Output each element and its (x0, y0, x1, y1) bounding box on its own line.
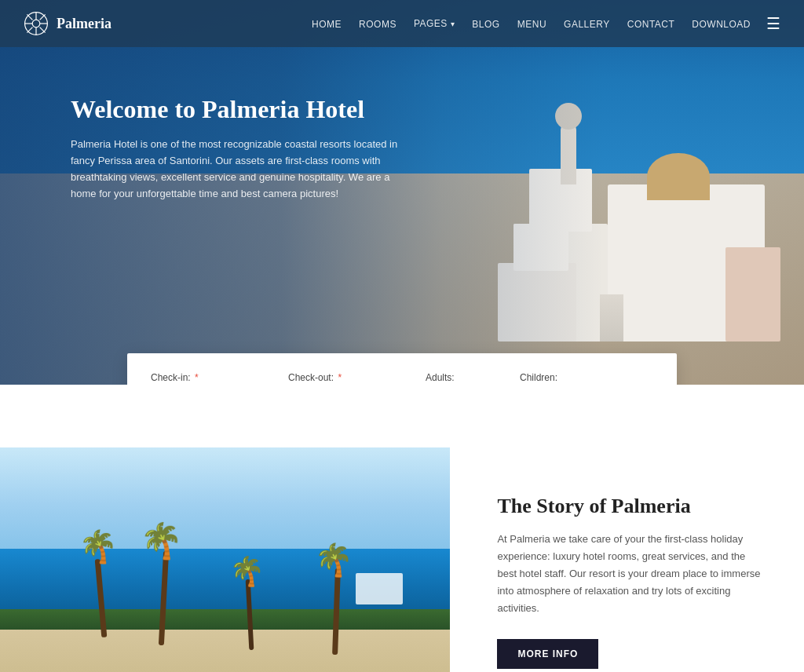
svg-line-7 (40, 27, 46, 33)
svg-line-8 (40, 14, 46, 20)
nav-blog[interactable]: BLOG (472, 19, 499, 30)
story-image: 🌴 🌴 🌴 🌴 (0, 447, 450, 672)
adults-label: Adults: (426, 372, 504, 383)
hero-subtitle: Palmeria Hotel is one of the most recogn… (71, 137, 400, 202)
children-field: Children: 0 1 2 3 ▾ (520, 372, 598, 385)
checkin-field: Check-in: * 📅 (151, 372, 272, 385)
chevron-down-icon: ▾ (451, 20, 455, 28)
required-star-2: * (338, 372, 342, 383)
main-nav: Palmeria HOME ROOMS PAGES ▾ BLOG MENU GA… (0, 0, 804, 47)
checkout-field: Check-out: * 📅 (288, 372, 410, 385)
children-label: Children: (520, 372, 598, 383)
nav-gallery[interactable]: GALLERY (564, 19, 610, 30)
nav-home[interactable]: HOME (312, 19, 342, 30)
svg-line-9 (27, 27, 32, 33)
svg-point-1 (32, 20, 40, 27)
nav-contact[interactable]: CONTACT (627, 19, 675, 30)
nav-links: HOME ROOMS PAGES ▾ BLOG MENU GALLERY CON… (312, 16, 751, 31)
nav-pages[interactable]: PAGES ▾ (414, 18, 455, 29)
checkin-label: Check-in: * (151, 372, 272, 383)
hero-title: Welcome to Palmeria Hotel (71, 94, 400, 124)
story-text-area: The Story of Palmeria At Palmeria we tak… (450, 447, 804, 672)
brand-logo[interactable]: Palmeria (24, 11, 111, 36)
booking-bar: Check-in: * 📅 Check-out: * 📅 Adults: (127, 353, 677, 385)
more-info-button[interactable]: MORE INFO (497, 639, 598, 669)
hero-content: Welcome to Palmeria Hotel Palmeria Hotel… (71, 94, 400, 203)
brand-name: Palmeria (57, 16, 111, 32)
required-star: * (195, 372, 199, 383)
logo-icon (24, 11, 49, 36)
nav-menu[interactable]: MENU (517, 19, 546, 30)
story-section: 🌴 🌴 🌴 🌴 The Story of Palmeria At Palmeri… (0, 447, 804, 672)
hero-section: Welcome to Palmeria Hotel Palmeria Hotel… (0, 0, 804, 385)
hamburger-icon[interactable]: ☰ (766, 14, 780, 33)
adults-field: Adults: 1 2 3 4 ▾ (426, 372, 504, 385)
story-body: At Palmeria we take care of your the fir… (497, 531, 765, 617)
nav-rooms[interactable]: ROOMS (359, 19, 397, 30)
svg-line-6 (27, 14, 32, 20)
checkout-label: Check-out: * (288, 372, 410, 383)
nav-download[interactable]: DOWNLOAD (692, 19, 751, 30)
story-title: The Story of Palmeria (497, 495, 765, 518)
